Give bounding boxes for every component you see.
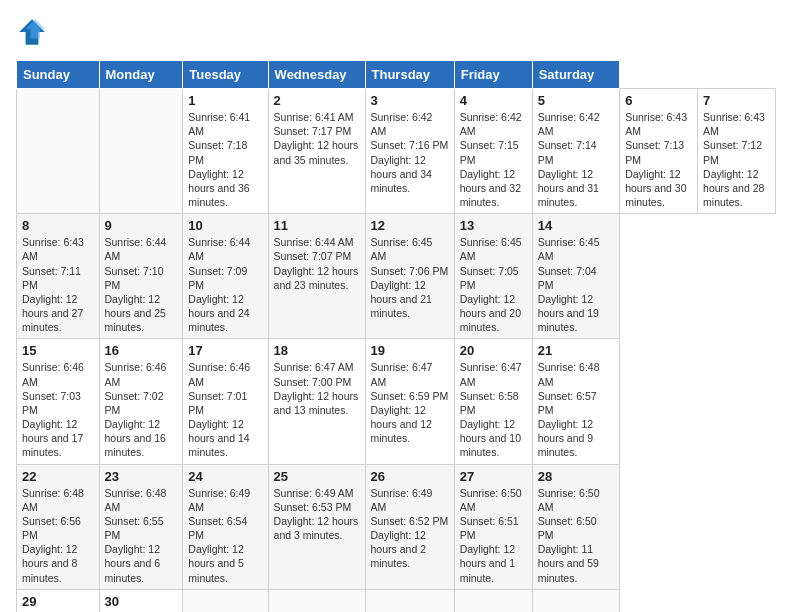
day-number: 9 [105,218,178,233]
day-number: 25 [274,469,360,484]
empty-cell [454,589,532,612]
day-cell-11: 11 Sunrise: 6:44 AMSunset: 7:07 PMDaylig… [268,214,365,339]
day-number: 27 [460,469,527,484]
weekday-header-saturday: Saturday [532,61,620,89]
calendar-week-1: 1 Sunrise: 6:41 AMSunset: 7:18 PMDayligh… [17,89,776,214]
day-number: 7 [703,93,770,108]
day-info: Sunrise: 6:42 AMSunset: 7:15 PMDaylight:… [460,111,522,208]
calendar-body: 1 Sunrise: 6:41 AMSunset: 7:18 PMDayligh… [17,89,776,613]
day-info: Sunrise: 6:45 AMSunset: 7:06 PMDaylight:… [371,236,449,319]
day-cell-16: 16 Sunrise: 6:46 AMSunset: 7:02 PMDaylig… [99,339,183,464]
day-info: Sunrise: 6:44 AMSunset: 7:10 PMDaylight:… [105,236,167,333]
calendar-header: SundayMondayTuesdayWednesdayThursdayFrid… [17,61,776,89]
day-info: Sunrise: 6:43 AMSunset: 7:13 PMDaylight:… [625,111,687,208]
day-cell-20: 20 Sunrise: 6:47 AMSunset: 6:58 PMDaylig… [454,339,532,464]
day-info: Sunrise: 6:42 AMSunset: 7:16 PMDaylight:… [371,111,449,194]
day-cell-13: 13 Sunrise: 6:45 AMSunset: 7:05 PMDaylig… [454,214,532,339]
day-cell-25: 25 Sunrise: 6:49 AMSunset: 6:53 PMDaylig… [268,464,365,589]
day-info: Sunrise: 6:49 AMSunset: 6:54 PMDaylight:… [188,487,250,584]
day-cell-6: 6 Sunrise: 6:43 AMSunset: 7:13 PMDayligh… [620,89,698,214]
day-info: Sunrise: 6:49 AMSunset: 6:52 PMDaylight:… [371,487,449,570]
day-cell-14: 14 Sunrise: 6:45 AMSunset: 7:04 PMDaylig… [532,214,620,339]
day-cell-5: 5 Sunrise: 6:42 AMSunset: 7:14 PMDayligh… [532,89,620,214]
day-number: 11 [274,218,360,233]
day-cell-19: 19 Sunrise: 6:47 AMSunset: 6:59 PMDaylig… [365,339,454,464]
day-number: 23 [105,469,178,484]
day-number: 2 [274,93,360,108]
day-number: 12 [371,218,449,233]
empty-cell [17,89,100,214]
day-number: 1 [188,93,262,108]
day-number: 14 [538,218,615,233]
day-number: 3 [371,93,449,108]
day-number: 16 [105,343,178,358]
weekday-header-friday: Friday [454,61,532,89]
day-info: Sunrise: 6:50 AMSunset: 6:50 PMDaylight:… [538,487,600,584]
day-number: 6 [625,93,692,108]
day-number: 17 [188,343,262,358]
day-cell-27: 27 Sunrise: 6:50 AMSunset: 6:51 PMDaylig… [454,464,532,589]
empty-cell [99,89,183,214]
weekday-header-wednesday: Wednesday [268,61,365,89]
day-number: 18 [274,343,360,358]
day-number: 26 [371,469,449,484]
day-cell-28: 28 Sunrise: 6:50 AMSunset: 6:50 PMDaylig… [532,464,620,589]
day-info: Sunrise: 6:48 AMSunset: 6:57 PMDaylight:… [538,361,600,458]
day-info: Sunrise: 6:44 AMSunset: 7:09 PMDaylight:… [188,236,250,333]
day-info: Sunrise: 6:45 AMSunset: 7:05 PMDaylight:… [460,236,522,333]
day-cell-1: 1 Sunrise: 6:41 AMSunset: 7:18 PMDayligh… [183,89,268,214]
day-info: Sunrise: 6:48 AMSunset: 6:55 PMDaylight:… [105,487,167,584]
day-info: Sunrise: 6:43 AMSunset: 7:12 PMDaylight:… [703,111,765,208]
day-number: 13 [460,218,527,233]
day-number: 4 [460,93,527,108]
day-info: Sunrise: 6:46 AMSunset: 7:02 PMDaylight:… [105,361,167,458]
weekday-row: SundayMondayTuesdayWednesdayThursdayFrid… [17,61,776,89]
day-cell-24: 24 Sunrise: 6:49 AMSunset: 6:54 PMDaylig… [183,464,268,589]
empty-cell [365,589,454,612]
day-cell-22: 22 Sunrise: 6:48 AMSunset: 6:56 PMDaylig… [17,464,100,589]
day-cell-10: 10 Sunrise: 6:44 AMSunset: 7:09 PMDaylig… [183,214,268,339]
day-cell-23: 23 Sunrise: 6:48 AMSunset: 6:55 PMDaylig… [99,464,183,589]
day-cell-29: 29 Sunrise: 6:50 AMSunset: 6:49 PMDaylig… [17,589,100,612]
weekday-header-sunday: Sunday [17,61,100,89]
day-number: 8 [22,218,94,233]
day-info: Sunrise: 6:50 AMSunset: 6:51 PMDaylight:… [460,487,522,584]
day-info: Sunrise: 6:46 AMSunset: 7:03 PMDaylight:… [22,361,84,458]
calendar-week-3: 15 Sunrise: 6:46 AMSunset: 7:03 PMDaylig… [17,339,776,464]
day-number: 22 [22,469,94,484]
weekday-header-thursday: Thursday [365,61,454,89]
logo-icon [16,16,48,48]
day-cell-8: 8 Sunrise: 6:43 AMSunset: 7:11 PMDayligh… [17,214,100,339]
page-header [16,16,776,48]
day-info: Sunrise: 6:46 AMSunset: 7:01 PMDaylight:… [188,361,250,458]
day-number: 24 [188,469,262,484]
day-number: 21 [538,343,615,358]
empty-cell [532,589,620,612]
day-cell-4: 4 Sunrise: 6:42 AMSunset: 7:15 PMDayligh… [454,89,532,214]
day-info: Sunrise: 6:41 AMSunset: 7:17 PMDaylight:… [274,111,359,166]
calendar-week-2: 8 Sunrise: 6:43 AMSunset: 7:11 PMDayligh… [17,214,776,339]
empty-cell [268,589,365,612]
day-cell-17: 17 Sunrise: 6:46 AMSunset: 7:01 PMDaylig… [183,339,268,464]
day-number: 29 [22,594,94,609]
day-cell-18: 18 Sunrise: 6:47 AMSunset: 7:00 PMDaylig… [268,339,365,464]
day-number: 10 [188,218,262,233]
day-info: Sunrise: 6:47 AMSunset: 6:59 PMDaylight:… [371,361,449,444]
day-cell-30: 30 Sunrise: 6:51 AMSunset: 6:48 PMDaylig… [99,589,183,612]
day-info: Sunrise: 6:42 AMSunset: 7:14 PMDaylight:… [538,111,600,208]
day-info: Sunrise: 6:48 AMSunset: 6:56 PMDaylight:… [22,487,84,584]
empty-cell [183,589,268,612]
day-info: Sunrise: 6:43 AMSunset: 7:11 PMDaylight:… [22,236,84,333]
day-info: Sunrise: 6:45 AMSunset: 7:04 PMDaylight:… [538,236,600,333]
day-info: Sunrise: 6:47 AMSunset: 7:00 PMDaylight:… [274,361,359,416]
day-cell-26: 26 Sunrise: 6:49 AMSunset: 6:52 PMDaylig… [365,464,454,589]
day-number: 5 [538,93,615,108]
day-number: 15 [22,343,94,358]
day-cell-9: 9 Sunrise: 6:44 AMSunset: 7:10 PMDayligh… [99,214,183,339]
day-info: Sunrise: 6:47 AMSunset: 6:58 PMDaylight:… [460,361,522,458]
day-number: 19 [371,343,449,358]
day-number: 28 [538,469,615,484]
calendar-week-5: 29 Sunrise: 6:50 AMSunset: 6:49 PMDaylig… [17,589,776,612]
weekday-header-monday: Monday [99,61,183,89]
day-cell-7: 7 Sunrise: 6:43 AMSunset: 7:12 PMDayligh… [698,89,776,214]
